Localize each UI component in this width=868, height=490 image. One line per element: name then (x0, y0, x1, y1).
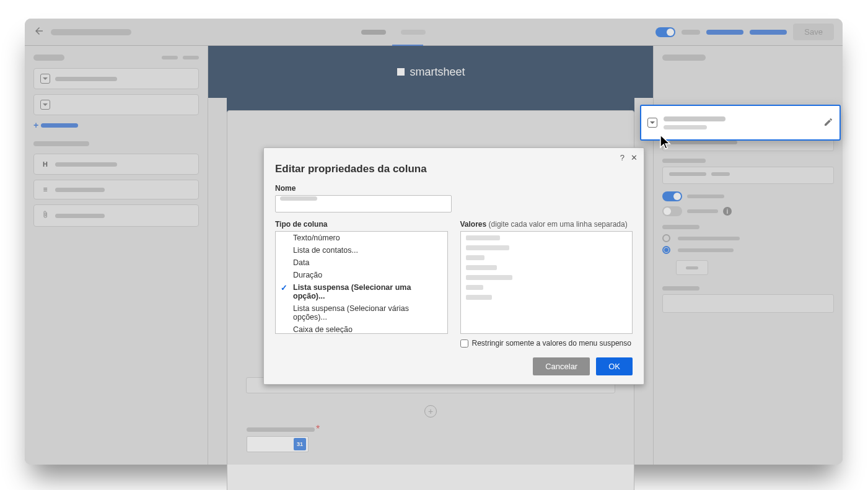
column-name-input[interactable] (275, 195, 452, 212)
left-tab-b[interactable] (183, 56, 199, 59)
toggle-label-ph (687, 209, 718, 213)
right-toggle-1[interactable] (662, 191, 682, 201)
help-icon[interactable]: ? (620, 153, 625, 162)
column-type-option[interactable]: Lista suspensa (Selecionar uma opção)... (276, 281, 447, 302)
date-input[interactable]: 31 (247, 436, 309, 452)
column-type-option[interactable]: Lista suspensa (Selecionar várias opções… (276, 302, 447, 323)
select-value-ph (711, 172, 730, 176)
column-type-option[interactable]: Duração (276, 269, 447, 281)
left-subhead-ph (33, 141, 89, 146)
field-sub-ph (664, 125, 707, 129)
add-field-link[interactable]: + (33, 120, 199, 130)
right-select-2[interactable] (662, 167, 834, 184)
restrict-checkbox-row[interactable]: Restringir somente a valores do menu sus… (460, 339, 633, 348)
dialog-title: Editar propriedades da coluna (275, 163, 633, 175)
name-label: Nome (275, 184, 633, 193)
close-icon[interactable]: ✕ (631, 153, 638, 162)
values-label: Valores (digite cada valor em uma linha … (460, 220, 633, 229)
tab-1[interactable] (361, 30, 386, 35)
plus-icon: + (33, 120, 38, 130)
add-section-button[interactable]: + (424, 405, 437, 418)
right-toggle-2[interactable] (662, 206, 682, 216)
left-panel: + H ≡ (25, 46, 208, 465)
field-card-3[interactable]: H (33, 154, 199, 175)
column-type-option[interactable]: Lista de contatos... (276, 244, 447, 256)
save-button[interactable]: Save (793, 24, 834, 40)
link-2[interactable] (750, 30, 787, 35)
top-toggle[interactable] (655, 27, 675, 37)
select-value-ph (669, 141, 737, 144)
attachment-icon (40, 210, 50, 221)
radio-selected-icon (662, 246, 670, 254)
restrict-label: Restringir somente a valores do menu sus… (472, 339, 631, 348)
select-value-ph (669, 172, 706, 176)
heading-icon: H (40, 159, 50, 169)
app-frame: Save + (25, 19, 843, 465)
top-tabs (138, 30, 649, 35)
link-1[interactable] (706, 30, 743, 35)
column-type-option[interactable]: Caixa de seleção (276, 323, 447, 334)
toggle-label-ph (687, 195, 724, 198)
radio-row-2[interactable] (662, 246, 834, 254)
right-label-2 (662, 159, 706, 163)
field-label-ph (55, 188, 105, 192)
column-type-option[interactable]: Texto/número (276, 232, 447, 244)
required-asterisk: * (316, 424, 320, 435)
left-tab-a[interactable] (162, 56, 178, 59)
field-label-ph (55, 162, 117, 167)
pencil-icon[interactable] (823, 117, 833, 129)
field-card-5[interactable] (33, 204, 199, 227)
date-label-ph (247, 427, 315, 432)
dropdown-icon (40, 74, 50, 84)
calendar-icon: 31 (294, 438, 306, 450)
field-card-1[interactable] (33, 68, 199, 89)
radio-label-ph (678, 248, 734, 252)
breadcrumb-placeholder (51, 29, 131, 35)
right-select-3[interactable] (662, 294, 834, 313)
left-heading-ph (33, 55, 64, 61)
cancel-button[interactable]: Cancelar (533, 357, 590, 375)
right-label-3 (662, 225, 699, 229)
radio-row-1[interactable] (662, 234, 834, 242)
field-card-2[interactable] (33, 94, 199, 115)
ok-button[interactable]: OK (596, 357, 633, 375)
field-card-4[interactable]: ≡ (33, 180, 199, 199)
back-arrow-icon[interactable] (33, 25, 45, 39)
cursor-icon (659, 134, 673, 152)
brand-bar: smartsheet (208, 46, 653, 98)
add-label-ph (41, 123, 78, 128)
divider-icon: ≡ (40, 185, 50, 194)
column-type-listbox[interactable]: Texto/númeroLista de contatos...DataDura… (275, 231, 448, 334)
toggle-label-ph (682, 30, 700, 35)
restrict-checkbox[interactable] (460, 339, 468, 348)
top-toolbar: Save (25, 19, 843, 46)
stepper-value-ph (686, 266, 698, 269)
smartsheet-logo-icon (396, 67, 406, 77)
radio-icon (662, 234, 670, 242)
right-heading-ph (662, 55, 706, 61)
tab-2[interactable] (401, 30, 426, 35)
values-textarea[interactable] (460, 231, 633, 334)
dropdown-icon (647, 118, 657, 128)
dropdown-icon (40, 100, 50, 110)
right-label-4 (662, 286, 699, 291)
info-icon[interactable]: i (723, 207, 732, 216)
field-label-ph (55, 214, 105, 218)
column-type-option[interactable]: Data (276, 256, 447, 269)
brand-text: smartsheet (410, 66, 465, 79)
radio-label-ph (678, 237, 740, 240)
coltype-label: Tipo de coluna (275, 220, 448, 229)
field-title-ph (664, 116, 726, 121)
edit-column-properties-dialog: ? ✕ Editar propriedades da coluna Nome T… (263, 147, 644, 385)
field-label-ph (55, 77, 117, 81)
numeric-stepper[interactable] (676, 260, 708, 275)
